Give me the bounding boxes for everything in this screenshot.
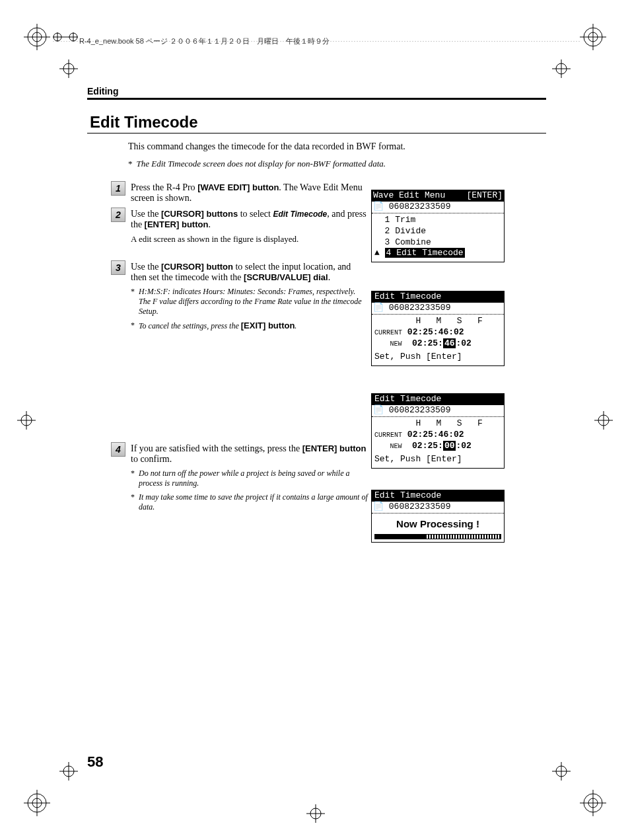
step-body: Press the R-4 Pro [WAVE EDIT] button. Th…: [131, 182, 368, 204]
lcd-file: 📄 060823233509: [372, 502, 504, 514]
intro-note: *The Edit Timecode screen does not displ…: [128, 159, 546, 169]
page-title: Edit Timecode: [87, 113, 546, 132]
step-body: Use the [CURSOR] buttons to select Edit …: [131, 209, 368, 245]
lcd-menu-item: 1 Trim: [374, 215, 501, 226]
lcd-body: H M S F CURRENT 02:25:46:02 NEW 02:25:00…: [372, 417, 504, 469]
lcd-edit-timecode-1: Edit Timecode 📄 060823233509 H M S F CUR…: [371, 291, 505, 366]
lcd-title: Edit Timecode: [373, 291, 442, 303]
lcd-edit-timecode-2: Edit Timecode 📄 060823233509 H M S F CUR…: [371, 393, 505, 469]
section-underline: [87, 98, 546, 100]
step-number: 2: [111, 208, 125, 222]
page-header-metadata: R-4_e_new.book 58 ページ ２００６年１１月２０日 月曜日 午後…: [79, 36, 330, 46]
step-body: Use the [CURSOR] button to select the in…: [131, 262, 368, 331]
lcd-menu-items: 1 Trim 2 Divide 3 Combine▲ 4 Edit Timeco…: [372, 213, 504, 262]
lcd-menu-item: 3 Combine: [374, 237, 501, 248]
lcd-now-processing: Edit Timecode 📄 060823233509 Now Process…: [371, 490, 505, 543]
lcd-file: 📄 060823233509: [372, 303, 504, 315]
page-number: 58: [87, 753, 103, 771]
lcd-title: Wave Edit Menu: [373, 190, 445, 202]
title-underline: [87, 133, 546, 134]
lcd-menu-item: 2 Divide: [374, 226, 501, 237]
lcd-menu-item: ▲ 4 Edit Timecode: [374, 248, 501, 259]
section-label: Editing: [87, 86, 546, 96]
lcd-progress: [374, 534, 501, 539]
step-number: 3: [111, 260, 125, 275]
lcd-body: H M S F CURRENT 02:25:46:02 NEW 02:25:46…: [372, 315, 504, 366]
lcd-wave-edit-menu: Wave Edit Menu[ENTER] 📄 060823233509 1 T…: [371, 190, 505, 262]
lcd-file: 📄 060823233509: [372, 405, 504, 417]
step-number: 1: [111, 181, 125, 196]
lcd-title: Edit Timecode: [373, 394, 442, 405]
step-body: If you are satisfied with the settings, …: [131, 443, 368, 512]
lcd-processing-msg: Now Processing !: [372, 517, 504, 531]
lcd-title: Edit Timecode: [373, 490, 442, 502]
lcd-file: 📄 060823233509: [372, 202, 504, 213]
intro-text: This command changes the timecode for th…: [128, 141, 546, 152]
lcd-title-enter: [ENTER]: [466, 190, 503, 202]
step-number: 4: [111, 442, 125, 457]
